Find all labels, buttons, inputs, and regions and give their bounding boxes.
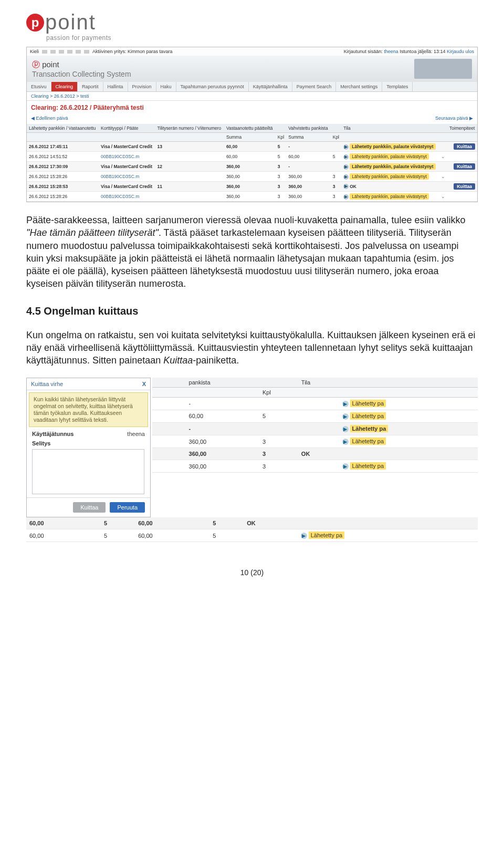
bg-table-partial: pankistaTilaKpl-▶Lähetetty pa60,005▶Lähe… xyxy=(152,378,478,473)
status-icon[interactable]: ▶ xyxy=(343,144,349,150)
nav-tab[interactable]: Templates xyxy=(382,82,413,91)
desc-input[interactable] xyxy=(32,449,144,494)
terminal-link[interactable]: 00BB190CD3SC.m xyxy=(99,192,155,202)
close-icon[interactable]: X xyxy=(142,381,146,387)
page-title: Clearing: 26.6.2012 / Pääteryhmä testi xyxy=(27,101,477,115)
kuittaa-button[interactable]: Kuittaa xyxy=(454,183,475,190)
active-company: Aktiivinen yritys: Kimmon paras tavara xyxy=(92,49,173,54)
logout-link[interactable]: Kirjaudu ulos xyxy=(447,49,474,54)
status-icon[interactable]: ▶ xyxy=(342,426,349,432)
brand-main: point xyxy=(42,60,59,69)
dialog-title: Kuittaa virhe xyxy=(31,381,63,387)
logo: p point passion for payments xyxy=(26,11,478,41)
bg-table-full: 60,00560,005OK60,00560,005▶Lähetetty pa xyxy=(26,517,478,542)
status-icon[interactable]: ▶ xyxy=(343,184,349,189)
flag-icon xyxy=(67,50,72,54)
session-label: Istuntoa jäljellä: xyxy=(400,49,432,54)
nav-tab[interactable]: Provision xyxy=(128,82,156,91)
flag-icon xyxy=(84,50,89,54)
logo-mark: p xyxy=(26,14,44,32)
screenshot-kuittaa: Kuittaa virhe X Kun kaikki tähän lähetys… xyxy=(26,378,478,543)
user-value: theena xyxy=(127,431,145,437)
nav-tab[interactable]: Tapahtuman peruutus pyynnöt xyxy=(176,82,249,91)
user-link[interactable]: theena xyxy=(384,49,398,54)
status-icon[interactable]: ▶ xyxy=(342,463,349,470)
status-icon[interactable]: ▶ xyxy=(343,174,349,180)
kuittaa-button[interactable]: Kuittaa xyxy=(454,163,475,170)
status-icon[interactable]: ▶ xyxy=(342,401,349,407)
nav-tab[interactable]: Käyttäjänhallinta xyxy=(249,82,292,91)
desc-label: Selitys xyxy=(32,440,50,446)
chevron-down-icon[interactable]: ⌄ xyxy=(441,194,445,199)
clearing-table: Lähetetty pankkiin / VastaanotettuKortti… xyxy=(27,124,477,202)
peruuta-button[interactable]: Peruuta xyxy=(110,502,145,513)
logo-text: point xyxy=(45,11,96,34)
terminal-link[interactable]: 00BB190CD3SC.m xyxy=(99,152,155,162)
terminal-link[interactable]: 00BB190CD3SC.m xyxy=(99,172,155,182)
status-icon[interactable]: ▶ xyxy=(342,413,349,420)
logged-label: Kirjautunut sisään: xyxy=(344,49,383,54)
lang-label: Kieli xyxy=(30,49,39,54)
section-4-5-heading: 4.5 Ongelman kuittaus xyxy=(26,305,478,317)
nav-tab[interactable]: Raportit xyxy=(78,82,103,91)
flag-icon xyxy=(59,50,64,54)
screenshot-clearing: Kieli Aktiivinen yritys: Kimmon paras ta… xyxy=(26,47,478,202)
nav-tab[interactable]: Payment Search xyxy=(292,82,337,91)
status-icon[interactable]: ▶ xyxy=(301,533,307,539)
flag-icon xyxy=(50,50,56,54)
body-paragraph-2: Kun ongelma on ratkaistu, sen voi kuitat… xyxy=(26,329,478,367)
logo-tagline: passion for payments xyxy=(46,34,478,41)
flag-icon xyxy=(42,50,47,54)
nav-tab[interactable]: Hallinta xyxy=(103,82,128,91)
user-label: Käyttäjätunnus xyxy=(32,431,74,437)
chevron-down-icon[interactable]: ⌄ xyxy=(441,154,445,159)
brand-sub: Transaction Collecting System xyxy=(32,70,131,78)
chevron-down-icon[interactable]: ⌄ xyxy=(441,174,445,179)
kuittaa-button[interactable]: Kuittaa xyxy=(73,502,106,513)
status-icon[interactable]: ▶ xyxy=(343,164,349,170)
dialog-help: Kun kaikki tähän lähetyserään liittyvät … xyxy=(29,392,148,428)
nav-tab[interactable]: Etusivu xyxy=(27,82,51,91)
kuittaa-button[interactable]: Kuittaa xyxy=(454,143,475,150)
nav-tab[interactable]: Merchant settings xyxy=(336,82,382,91)
flag-icon xyxy=(76,50,81,54)
next-day-link[interactable]: Seuraava päivä ▶ xyxy=(435,116,473,121)
page-number: 10 (20) xyxy=(26,568,478,577)
prev-day-link[interactable]: ◀ Edellinen päivä xyxy=(31,116,68,121)
body-paragraph-1: Pääte-sarakkeessa, laitteen sarjanumeron… xyxy=(26,214,478,290)
session-time: 13:14 xyxy=(434,49,446,54)
nav-tab[interactable]: Clearing xyxy=(51,82,78,91)
kuittaa-dialog: Kuittaa virhe X Kun kaikki tähän lähetys… xyxy=(26,378,151,518)
breadcrumb[interactable]: Clearing > 26.6.2012 > testi xyxy=(27,92,477,101)
nav-tab[interactable]: Haku xyxy=(156,82,176,91)
status-icon[interactable]: ▶ xyxy=(342,439,349,445)
status-icon[interactable]: ▶ xyxy=(343,154,349,160)
card-image xyxy=(414,59,472,79)
status-icon[interactable]: ▶ xyxy=(343,194,349,200)
